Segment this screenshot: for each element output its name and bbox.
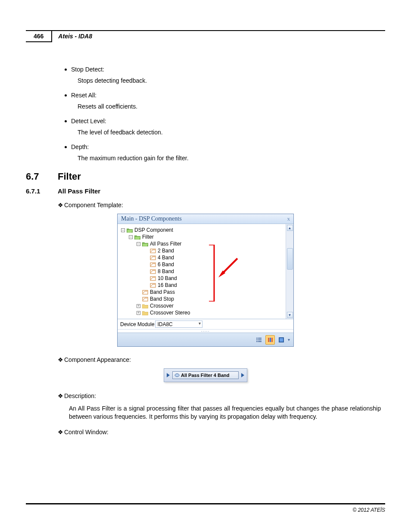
bullet-list: Stop Detect: Stops detecting feedback. R… <box>60 66 381 162</box>
bullet-icon <box>65 120 67 122</box>
collapse-icon[interactable]: − <box>121 228 125 232</box>
svg-rect-18 <box>271 338 273 342</box>
toolbar-grid-icon[interactable] <box>277 335 286 345</box>
bullet-icon <box>65 68 67 71</box>
bullet-desc: The level of feedback detection. <box>78 129 381 136</box>
bullet-desc: Resets all coefficients. <box>78 103 381 110</box>
component-icon <box>142 297 148 302</box>
diamond-icon: ❖ <box>58 429 63 436</box>
tree-node-crossover[interactable]: +Crossover <box>137 302 284 309</box>
bullet-title: Detect Level: <box>71 118 106 124</box>
doc-title: Ateis - IDA8 <box>52 31 98 42</box>
resize-grip[interactable]: ••••• <box>118 329 293 333</box>
component-icon <box>150 283 156 288</box>
section-heading: 6.7 Filter <box>26 171 385 182</box>
svg-rect-3 <box>150 270 156 274</box>
tree-view[interactable]: − DSP Component − Filter <box>118 224 286 319</box>
diamond-icon: ❖ <box>58 392 63 399</box>
scroll-down-icon[interactable]: ▼ <box>287 312 293 318</box>
svg-rect-10 <box>256 338 258 339</box>
bullet-desc: The maximum reduction gain for the filte… <box>78 155 381 162</box>
svg-rect-16 <box>268 338 269 342</box>
component-icon <box>150 249 156 253</box>
svg-point-21 <box>175 374 179 377</box>
tree-label: All Pass Filter <box>150 241 181 247</box>
component-appearance-label: ❖Component Appearance: <box>58 356 385 363</box>
svg-rect-11 <box>258 338 262 339</box>
device-module-row: Device Module IDA8C <box>118 319 293 329</box>
tree-label: 10 Band <box>158 275 177 281</box>
page-number: 466 <box>26 31 52 42</box>
device-module-label: Device Module <box>120 321 154 327</box>
list-item: Stop Detect: Stops detecting feedback. <box>65 66 381 84</box>
svg-rect-17 <box>270 338 271 342</box>
component-icon <box>150 262 156 267</box>
close-icon[interactable]: х <box>287 215 290 222</box>
component-icon <box>150 255 156 260</box>
tree-label: Band Stop <box>150 296 174 302</box>
page-footer: © 2012 ATEÏS <box>26 503 385 513</box>
svg-rect-12 <box>256 339 258 340</box>
list-item: Reset All: Resets all coefficients. <box>65 92 381 110</box>
collapse-icon[interactable]: − <box>129 235 133 239</box>
subsection-title: All Pass Filter <box>58 187 100 195</box>
bullet-title: Reset All: <box>71 92 97 99</box>
tree-label: 16 Band <box>158 282 177 288</box>
label-text: Component Appearance: <box>64 356 131 363</box>
annotation-bracket <box>209 245 215 302</box>
component-icon <box>150 276 156 281</box>
control-window-label: ❖Control Window: <box>58 429 385 436</box>
tree-label: 8 Band <box>158 268 174 274</box>
label-text: Description: <box>64 392 96 399</box>
tree-label: Filter <box>142 234 154 240</box>
list-item: Detect Level: The level of feedback dete… <box>65 118 381 136</box>
svg-rect-4 <box>150 277 156 280</box>
select-value: IDA8C <box>157 321 172 327</box>
component-icon <box>142 290 148 295</box>
bullet-title: Stop Detect: <box>71 66 104 73</box>
toolbar-list-icon[interactable] <box>254 335 264 345</box>
scrollbar[interactable]: ▲ ▼ <box>286 224 293 319</box>
tree-label: 4 Band <box>158 255 174 261</box>
folder-open-icon <box>142 242 148 246</box>
scrollbar-thumb[interactable] <box>287 248 293 270</box>
tree-node-filter[interactable]: − Filter <box>129 233 284 240</box>
folder-open-icon <box>127 228 133 233</box>
bullet-icon <box>65 94 67 96</box>
expand-icon[interactable]: + <box>137 304 140 308</box>
device-module-select[interactable]: IDA8C <box>155 320 202 328</box>
svg-rect-14 <box>256 341 258 342</box>
folder-closed-icon <box>142 304 148 308</box>
svg-rect-6 <box>143 290 148 294</box>
toolbar-dropdown-icon[interactable]: ▾ <box>288 337 290 342</box>
tree-label: 6 Band <box>158 261 174 268</box>
svg-rect-1 <box>150 256 156 260</box>
toolbar-columns-icon[interactable] <box>265 335 275 345</box>
svg-rect-5 <box>150 283 156 287</box>
diamond-icon: ❖ <box>58 356 63 363</box>
collapse-icon[interactable]: − <box>137 242 140 246</box>
tree-node-dsp-component[interactable]: − DSP Component <box>121 227 284 233</box>
section-number: 6.7 <box>26 171 58 182</box>
tree-label: Band Pass <box>150 289 175 295</box>
label-text: Control Window: <box>64 429 109 436</box>
tree-label: Crossover <box>150 303 174 309</box>
svg-rect-7 <box>143 297 148 301</box>
scroll-up-icon[interactable]: ▲ <box>287 225 293 231</box>
component-body[interactable]: All Pass Filter 4 Band <box>172 371 239 379</box>
svg-rect-0 <box>150 249 156 253</box>
tree-node-crossover-stereo[interactable]: +Crossover Stereo <box>137 309 284 316</box>
input-port-icon[interactable] <box>167 373 170 377</box>
component-appearance-block[interactable]: All Pass Filter 4 Band <box>164 368 247 382</box>
output-port-icon[interactable] <box>241 373 244 377</box>
label-text: Component Template: <box>64 202 123 208</box>
description-paragraph: An All Pass Filter is a signal processin… <box>69 404 381 421</box>
list-item: Depth: The maximum reduction gain for th… <box>65 143 381 162</box>
filter-icon <box>174 373 180 378</box>
subsection-number: 6.7.1 <box>26 187 58 195</box>
window-titlebar[interactable]: Main - DSP Components х <box>118 214 293 224</box>
page-header: 466 Ateis - IDA8 <box>26 30 385 42</box>
tree-label: Crossover Stereo <box>150 310 190 316</box>
expand-icon[interactable]: + <box>137 311 140 315</box>
bullet-icon <box>65 146 67 148</box>
